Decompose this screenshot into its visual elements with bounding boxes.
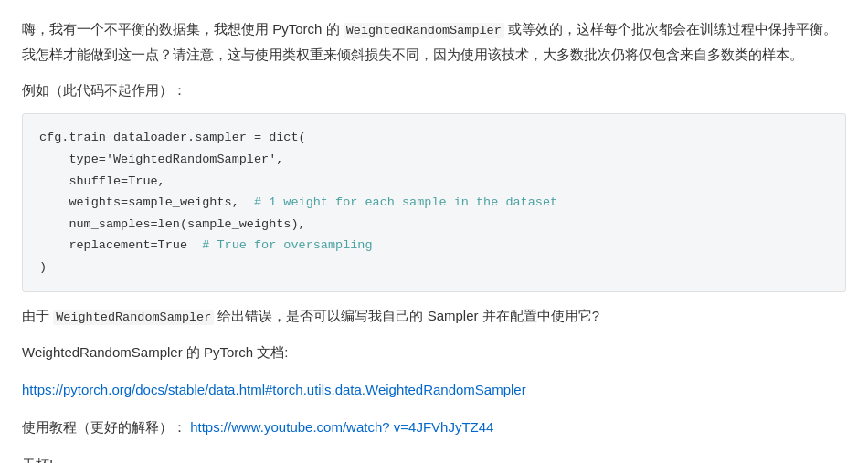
resource-label-2: 使用教程（更好的解释）： xyxy=(22,419,186,435)
code-comment-1: # 1 weight for each sample in the datase… xyxy=(254,195,557,209)
resource-label-2-container: 使用教程（更好的解释）： https://www.youtube.com/wat… xyxy=(22,415,846,439)
code-line-5: num_samples=len(sample_weights), xyxy=(39,217,306,231)
code-line-3: shuffle=True, xyxy=(39,174,165,188)
intro-text-before: 嗨，我有一个不平衡的数据集，我想使用 PyTorch 的 xyxy=(22,21,344,37)
resources-section: WeightedRandomSampler 的 PyTorch 文档: http… xyxy=(22,340,846,439)
resource-link-1[interactable]: https://pytorch.org/docs/stable/data.htm… xyxy=(22,382,526,397)
resource-link-2[interactable]: https://www.youtube.com/watch? v=4JFVhJy… xyxy=(190,419,493,435)
code-block: cfg.train_dataloader.sampler = dict( typ… xyxy=(22,113,846,291)
code-line-6: replacement=True # True for oversampling xyxy=(39,238,373,252)
example-label: 例如（此代码不起作用）： xyxy=(22,78,846,102)
code-line-2: type='WeightedRandomSampler', xyxy=(39,153,283,166)
code-line-7: ) xyxy=(39,260,47,274)
code-line-4: weights=sample_weights, # 1 weight for e… xyxy=(39,195,557,209)
question-text-before: 由于 xyxy=(22,308,53,323)
code-comment-2: # True for oversampling xyxy=(202,238,372,252)
inline-code-question: WeightedRandomSampler xyxy=(53,310,214,325)
question-text-after: 给出错误，是否可以编写我自己的 Sampler 并在配置中使用它? xyxy=(214,308,599,323)
resource-label-1: WeightedRandomSampler 的 PyTorch 文档: xyxy=(22,340,846,364)
question-paragraph: 由于 WeightedRandomSampler 给出错误，是否可以编写我自己的… xyxy=(22,303,846,329)
code-line-1: cfg.train_dataloader.sampler = dict( xyxy=(39,131,306,144)
intro-paragraph: 嗨，我有一个不平衡的数据集，我想使用 PyTorch 的 WeightedRan… xyxy=(22,16,846,67)
inline-code-weightedsampler: WeightedRandomSampler xyxy=(344,23,504,38)
resource-link-1-container: https://pytorch.org/docs/stable/data.htm… xyxy=(22,377,846,402)
closing-text: 干杯! xyxy=(22,452,846,463)
